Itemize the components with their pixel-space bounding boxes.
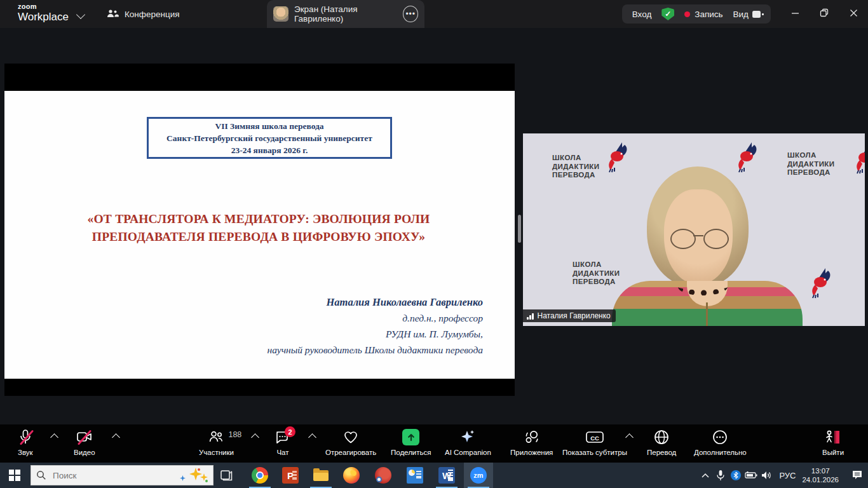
chat-button[interactable]: 2 Чат	[275, 429, 291, 456]
microphone-tray-icon[interactable]	[713, 470, 728, 481]
minimize-button[interactable]	[780, 0, 810, 25]
taskbar-firefox[interactable]	[337, 463, 366, 488]
participants-count: 188	[228, 430, 241, 439]
taskbar-red-browser[interactable]	[369, 463, 398, 488]
speaker-video-tile[interactable]: ШКОЛА ДИДАКТИКИ ПЕРЕВОДА ШКОЛА ДИДАКТИКИ…	[523, 133, 865, 326]
taskbar-powerpoint[interactable]: P	[276, 463, 305, 488]
zoom-workplace-logo: zoom Workplace	[18, 3, 69, 22]
taskbar-word[interactable]: W	[432, 463, 461, 488]
clock[interactable]: 13:07 24.01.2026	[802, 466, 839, 484]
file-explorer-icon	[313, 467, 329, 484]
video-panel-scrollbar[interactable]	[518, 215, 521, 243]
author-role: научный руководитель Школы дидактики пер…	[268, 342, 483, 358]
recording-indicator[interactable]: Запись	[684, 10, 722, 19]
author-name: Наталия Николаевна Гавриленко	[268, 294, 483, 310]
record-label: Запись	[695, 10, 722, 19]
translation-button[interactable]: Перевод	[647, 429, 676, 456]
taskbar-explorer[interactable]	[306, 463, 336, 488]
logo-word: ДИДАКТИКИ	[573, 269, 620, 278]
audio-label: Звук	[18, 449, 33, 456]
word-icon: W	[438, 467, 455, 484]
chat-options-chevron[interactable]	[308, 433, 316, 442]
powerpoint-icon: P	[282, 467, 299, 484]
windows-taskbar: P W zm	[0, 463, 868, 488]
audio-button[interactable]: Звук	[18, 429, 33, 456]
firefox-icon	[343, 467, 360, 484]
globe-icon	[653, 429, 670, 445]
participants-button[interactable]: 188 Участники	[199, 429, 234, 456]
close-button[interactable]	[839, 0, 868, 25]
volume-tray-icon[interactable]	[759, 471, 774, 480]
battery-tray-icon[interactable]	[743, 471, 759, 479]
tab-conference[interactable]: Конференция	[107, 0, 180, 28]
leave-meeting-icon	[824, 429, 843, 445]
hidden-icons-chevron[interactable]	[698, 473, 713, 478]
tab-screen-share-label: Экран (Наталия Гавриленко)	[294, 4, 397, 24]
logo-text-zoom: zoom	[18, 3, 69, 10]
shared-presentation-slide: VII Зимняя школа перевода Санкт-Петербур…	[4, 91, 515, 379]
logo-word: ПЕРЕВОДА	[573, 278, 620, 287]
share-letterbox-top	[4, 64, 515, 91]
sign-in-button[interactable]: Вход	[632, 10, 652, 19]
person-glasses	[670, 229, 729, 248]
taskbar-zoom[interactable]: zm	[464, 463, 493, 488]
info-line: 23-24 января 2026 г.	[231, 144, 308, 156]
ai-companion-button[interactable]: AI Companion	[445, 429, 491, 456]
notification-icon	[851, 470, 863, 480]
participant-name: Наталия Гавриленко	[538, 311, 611, 320]
participants-options-chevron[interactable]	[251, 433, 259, 442]
taskbar-search[interactable]	[31, 465, 214, 485]
chat-badge: 2	[285, 426, 295, 437]
search-input[interactable]	[51, 470, 149, 481]
share-screen-button[interactable]: Поделиться	[391, 429, 431, 456]
restore-button[interactable]	[810, 0, 839, 25]
info-line: Санкт-Петербургский государственный унив…	[166, 132, 372, 144]
taskbar-chrome[interactable]	[245, 463, 275, 488]
share-screen-icon	[402, 429, 419, 445]
leave-button[interactable]: Выйти	[822, 429, 844, 456]
taskbar-blue-app[interactable]	[400, 463, 430, 488]
more-button[interactable]: Дополнительно	[694, 429, 747, 456]
security-shield-icon[interactable]: ✓	[661, 8, 674, 20]
logo-text-workplace: Workplace	[18, 11, 69, 22]
search-icon	[36, 470, 46, 480]
windows-logo-icon	[9, 470, 20, 481]
captions-button[interactable]: CC Показать субтитры	[562, 429, 627, 456]
share-screen-label: Поделиться	[391, 449, 431, 456]
audio-options-chevron[interactable]	[50, 433, 58, 442]
logo-word: ДИДАКТИКИ	[787, 160, 834, 169]
slide-title-line: «ОТ ТРАНСЛЯТОРА К МЕДИАТОРУ: ЭВОЛЮЦИЯ РО…	[24, 210, 494, 228]
leave-label: Выйти	[822, 449, 844, 456]
slide-title-line: ПРЕПОДАВАТЕЛЯ ПЕРЕВОДА В ЦИФРОВУЮ ЭПОХУ»	[24, 228, 494, 246]
slide-author-block: Наталия Николаевна Гавриленко д.пед.н., …	[268, 294, 483, 358]
heart-icon	[342, 430, 359, 445]
info-line: VII Зимняя школа перевода	[215, 120, 323, 132]
video-button[interactable]: Видео	[74, 429, 95, 456]
closed-captions-icon: CC	[585, 430, 604, 445]
bluetooth-tray-icon[interactable]	[728, 470, 743, 480]
blue-card-app-icon	[407, 467, 423, 484]
view-layout-icon	[752, 11, 761, 18]
backdrop-logo-text: ШКОЛА ДИДАКТИКИ ПЕРЕВОДА	[552, 154, 599, 180]
action-center-button[interactable]	[846, 463, 868, 488]
apps-icon	[524, 430, 540, 445]
logo-word: ШКОЛА	[573, 261, 620, 269]
video-options-chevron[interactable]	[112, 433, 120, 442]
bullfinch-bird-logo-icon	[851, 142, 865, 174]
screen: zoom Workplace Конференция Экран (Натали…	[0, 0, 868, 488]
chevron-down-icon[interactable]	[76, 10, 85, 19]
bullfinch-bird-logo-icon	[806, 267, 833, 299]
language-indicator[interactable]: РУС	[779, 471, 796, 480]
task-view-button[interactable]	[219, 468, 234, 483]
system-tray: РУС 13:07 24.01.2026	[698, 463, 868, 488]
view-button[interactable]: Вид	[733, 10, 761, 19]
people-icon	[107, 9, 119, 19]
tab-options-icon[interactable]: •••	[403, 6, 418, 22]
tab-screen-share[interactable]: Экран (Наталия Гавриленко) •••	[267, 0, 424, 28]
apps-button[interactable]: Приложения	[510, 429, 553, 456]
translation-label: Перевод	[647, 449, 676, 456]
chat-label: Чат	[276, 449, 288, 456]
start-button[interactable]	[0, 463, 29, 488]
conference-info-box: VII Зимняя школа перевода Санкт-Петербур…	[147, 117, 392, 159]
reactions-button[interactable]: Отреагировать	[325, 429, 376, 456]
